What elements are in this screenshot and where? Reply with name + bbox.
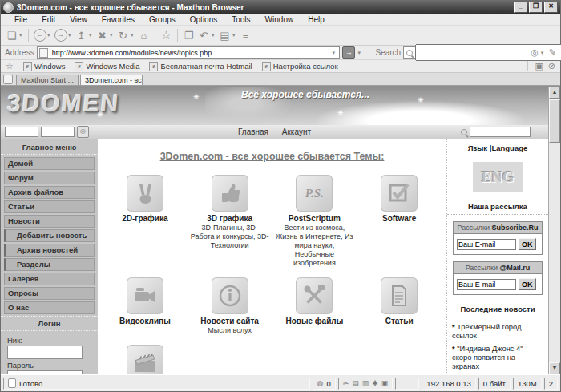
menu-edit[interactable]: Edit xyxy=(34,15,63,24)
menu-help[interactable]: Help xyxy=(301,15,332,24)
back-icon[interactable]: ← xyxy=(32,28,47,43)
plugin-icon[interactable]: ✱ xyxy=(372,379,378,387)
home-icon[interactable]: ⌂ xyxy=(136,28,151,43)
close-button[interactable]: ✕ xyxy=(544,2,558,13)
link-hotmail[interactable]: eБесплатная почта Hotmail xyxy=(149,62,252,71)
up-icon[interactable]: ↥ xyxy=(74,28,89,43)
news-link[interactable]: "Индиана Джонс 4" скоро появится на экра… xyxy=(452,345,543,371)
menu-window[interactable]: Window xyxy=(258,15,301,24)
tab-maxthon-start[interactable]: Maxthon Start ... xyxy=(16,75,79,85)
link-customize[interactable]: eНастройка ссылок xyxy=(262,62,338,71)
page-scrollbar[interactable]: ▲ ▼ xyxy=(548,87,560,374)
sidebar-item-forum[interactable]: Форум xyxy=(4,172,95,184)
site-banner[interactable]: 3DOMEN Всё хорошее сбывается... ✳ ✳ ✳ ✳ xyxy=(1,87,548,125)
groups-icon[interactable]: ▤ xyxy=(217,28,232,43)
menu-file[interactable]: File xyxy=(7,15,34,24)
subscribe-ru-email-input[interactable] xyxy=(457,239,516,250)
go-dropdown[interactable]: ▾ xyxy=(357,50,363,56)
peace-hand-icon xyxy=(127,175,163,212)
forward-icon[interactable]: → xyxy=(53,28,68,43)
site-search-input[interactable] xyxy=(470,127,531,137)
nav-home-link[interactable]: Главная xyxy=(238,127,268,136)
refresh-icon[interactable]: ↻ xyxy=(115,28,131,43)
topic-software[interactable]: Software xyxy=(357,175,442,268)
topic-2d-graphics[interactable]: 2D-графика xyxy=(103,175,188,268)
menu-view[interactable]: View xyxy=(63,15,95,24)
stop-dropdown[interactable]: ▾ xyxy=(110,32,115,38)
menu-favorites[interactable]: Favorites xyxy=(95,15,142,24)
topic-site-news[interactable]: Новости сайта Мысли вслух xyxy=(188,277,272,335)
link-windows[interactable]: eWindows xyxy=(23,62,66,71)
sidebar-item-home[interactable]: Домой xyxy=(4,157,95,170)
minimize-button[interactable]: _ xyxy=(514,2,527,13)
highlight-dropdown[interactable]: ▾ xyxy=(541,50,547,56)
highlight-icon[interactable]: ◎ xyxy=(531,47,539,58)
scrollbar-thumb[interactable] xyxy=(549,99,560,143)
restore-button[interactable]: ❐ xyxy=(529,2,543,13)
sidebar-item-sections[interactable]: Разделы xyxy=(4,258,95,271)
up-dropdown[interactable]: ▾ xyxy=(89,32,95,38)
sidebar-item-add-news[interactable]: Добавить новость xyxy=(4,229,95,242)
scrollbar-track[interactable] xyxy=(549,143,560,362)
page-mode-icon[interactable]: ▣ xyxy=(381,379,389,387)
go-button[interactable]: → xyxy=(342,46,355,59)
pencil-icon[interactable]: ✎ xyxy=(549,47,556,58)
topic-videoclips[interactable]: Видеоклипы xyxy=(103,277,188,335)
sidebar-item-articles[interactable]: Статьи xyxy=(4,200,95,213)
topic-3d-graphics[interactable]: 3D графика 3D-Плагины, 3D-Работа и конку… xyxy=(188,175,272,268)
address-bar: Address ▾ → ▾ Search ▾ ◎ ▾ ✎ xyxy=(1,46,560,60)
links-star-icon[interactable]: ☆ xyxy=(6,61,14,71)
new-page-icon[interactable]: ❏ xyxy=(4,28,19,43)
mail-ru-ok-button[interactable]: OK xyxy=(519,278,536,290)
menu-options[interactable]: Options xyxy=(183,15,224,24)
layout-list-icon[interactable]: ≡ xyxy=(238,28,253,43)
mail-ru-email-input[interactable] xyxy=(457,279,516,290)
topic-name: Software xyxy=(382,214,416,223)
undo-icon[interactable]: ↶ xyxy=(196,28,212,43)
url-input[interactable] xyxy=(50,47,333,58)
topic-postscriptum[interactable]: P.S. PostScriptum Вести из космоса, Жизн… xyxy=(272,175,357,268)
news-link[interactable]: Трехмерный город ссылок xyxy=(452,323,543,341)
new-window-icon[interactable]: ❐ xyxy=(181,28,196,43)
scroll-up-icon[interactable]: ▲ xyxy=(549,87,560,99)
menu-tools[interactable]: Tools xyxy=(224,15,257,24)
sidebar-item-polls[interactable]: Опросы xyxy=(4,287,95,300)
downloads-segment[interactable]: ◍ 0 xyxy=(313,378,336,390)
tab-3domen[interactable]: 3Domen.com - вс... xyxy=(80,75,143,85)
topic-articles[interactable]: Статьи xyxy=(357,277,442,335)
proxy-icon[interactable]: ✂ xyxy=(343,379,349,387)
url-dropdown[interactable]: ▾ xyxy=(332,50,337,56)
quick-login-input[interactable] xyxy=(5,127,38,137)
sidebar-item-file-archive[interactable]: Архив файлов xyxy=(4,186,95,199)
sidebar-item-news-archive[interactable]: Архив новостей xyxy=(4,244,95,257)
topic-new-files[interactable]: Новые файлы xyxy=(272,277,357,335)
filter-icon[interactable]: ▥ xyxy=(362,379,369,387)
sidebar-item-news[interactable]: Новости xyxy=(4,215,95,228)
nick-input[interactable] xyxy=(7,346,83,359)
tab-list-icon[interactable] xyxy=(3,75,13,84)
favorites-star-icon[interactable]: ☆ xyxy=(159,28,174,43)
subscribe-ru-ok-button[interactable]: OK xyxy=(519,238,536,250)
search-input[interactable] xyxy=(415,44,561,61)
scroll-down-icon[interactable]: ▼ xyxy=(549,362,560,374)
forward-dropdown[interactable]: ▾ xyxy=(68,32,74,38)
url-box: ▾ xyxy=(37,46,341,59)
stop-icon[interactable]: ✖ xyxy=(95,28,110,43)
groups-dropdown[interactable]: ▾ xyxy=(232,32,238,38)
refresh-dropdown[interactable]: ▾ xyxy=(131,32,136,38)
popup-blocker-icon[interactable]: ▤ xyxy=(352,379,359,387)
menu-groups[interactable]: Groups xyxy=(142,15,183,24)
new-page-dropdown[interactable]: ▾ xyxy=(19,32,25,38)
sidebar-item-gallery[interactable]: Галерея xyxy=(4,273,95,285)
link-windows-media[interactable]: eWindows Media xyxy=(75,62,139,71)
sidebar-item-about[interactable]: О нас xyxy=(4,301,95,314)
undo-dropdown[interactable]: ▾ xyxy=(212,32,217,38)
back-dropdown[interactable]: ▾ xyxy=(47,32,53,38)
topic-digital-video[interactable]: Цифровое видео xyxy=(103,345,188,374)
nav-account-link[interactable]: Аккаунт xyxy=(282,127,311,136)
block-icon[interactable]: ⊘ xyxy=(548,61,555,71)
quick-password-input[interactable] xyxy=(41,127,75,137)
quick-go-button[interactable]: ◎ xyxy=(77,126,89,138)
language-eng-button[interactable]: ENG xyxy=(473,162,523,192)
panel-icon[interactable]: ▣ xyxy=(535,61,543,71)
